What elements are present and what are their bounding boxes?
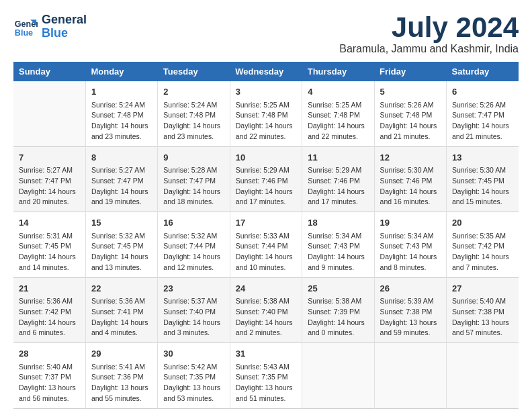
cell-info: and 14 minutes. [19, 263, 80, 273]
month-title: July 2024 [339, 13, 519, 42]
cell-info: Sunset: 7:40 PM [236, 307, 296, 318]
cell-info: Daylight: 14 hours [91, 121, 152, 132]
calendar-cell: 10Sunrise: 5:29 AMSunset: 7:46 PMDayligh… [230, 146, 302, 212]
cell-info: Sunset: 7:42 PM [19, 307, 80, 318]
day-number: 21 [19, 282, 80, 295]
logo: General Blue General Blue [13, 13, 87, 40]
calendar-cell: 6Sunrise: 5:26 AMSunset: 7:47 PMDaylight… [447, 81, 519, 146]
cell-info: and 22 minutes. [308, 132, 368, 142]
cell-info: Daylight: 14 hours [452, 252, 513, 263]
cell-info: Sunrise: 5:43 AM [236, 362, 296, 373]
day-number: 25 [308, 282, 368, 295]
day-number: 29 [91, 347, 152, 361]
cell-info: and 19 minutes. [91, 197, 152, 208]
cell-info: and 55 minutes. [91, 394, 152, 404]
cell-info: Sunrise: 5:32 AM [163, 231, 224, 242]
cell-info: Sunset: 7:44 PM [236, 241, 296, 252]
cell-info: and 16 minutes. [380, 197, 441, 208]
cell-info: Daylight: 13 hours [163, 383, 224, 394]
cell-info: Sunrise: 5:39 AM [380, 296, 441, 307]
cell-info: Sunrise: 5:40 AM [452, 296, 513, 307]
cell-info: Daylight: 13 hours [19, 383, 80, 394]
day-number: 4 [308, 85, 368, 99]
cell-info: and 56 minutes. [19, 394, 80, 404]
cell-info: Daylight: 13 hours [380, 318, 441, 328]
cell-info: Sunrise: 5:37 AM [163, 296, 224, 307]
cell-info: Sunset: 7:38 PM [452, 307, 513, 318]
calendar-cell: 16Sunrise: 5:32 AMSunset: 7:44 PMDayligh… [158, 212, 230, 278]
calendar-cell: 21Sunrise: 5:36 AMSunset: 7:42 PMDayligh… [13, 277, 85, 343]
cell-info: and 3 minutes. [163, 328, 224, 338]
day-number: 27 [452, 282, 513, 295]
weekday-header-row: SundayMondayTuesdayWednesdayThursdayFrid… [13, 62, 519, 81]
calendar-week-row: 28Sunrise: 5:40 AMSunset: 7:37 PMDayligh… [13, 343, 519, 409]
calendar-cell [374, 343, 446, 409]
calendar-cell: 5Sunrise: 5:26 AMSunset: 7:48 PMDaylight… [374, 81, 446, 146]
cell-info: Daylight: 14 hours [19, 318, 80, 328]
cell-info: and 6 minutes. [19, 328, 80, 338]
day-number: 23 [163, 282, 224, 295]
cell-info: and 57 minutes. [452, 328, 513, 338]
calendar-cell [447, 343, 519, 409]
cell-info: and 12 minutes. [163, 263, 224, 273]
title-section: July 2024 Baramula, Jammu and Kashmir, I… [339, 13, 519, 55]
cell-info: Sunset: 7:45 PM [452, 176, 513, 187]
logo-text: General Blue [42, 13, 87, 40]
cell-info: Sunset: 7:46 PM [308, 176, 368, 187]
day-number: 26 [380, 282, 441, 295]
cell-info: Daylight: 14 hours [308, 252, 368, 263]
cell-info: and 21 minutes. [380, 132, 441, 142]
cell-info: Daylight: 14 hours [19, 252, 80, 263]
day-number: 6 [452, 85, 513, 99]
cell-info: Sunset: 7:35 PM [236, 372, 296, 383]
cell-info: Sunset: 7:37 PM [19, 372, 80, 383]
calendar-cell: 27Sunrise: 5:40 AMSunset: 7:38 PMDayligh… [447, 277, 519, 343]
cell-info: Sunset: 7:47 PM [163, 176, 224, 187]
day-number: 8 [91, 151, 152, 165]
cell-info: and 23 minutes. [91, 132, 152, 142]
cell-info: Sunrise: 5:36 AM [91, 296, 152, 307]
day-number: 3 [236, 85, 296, 99]
cell-info: Daylight: 13 hours [452, 318, 513, 328]
page-header: General Blue General Blue July 2024 Bara… [13, 13, 519, 55]
day-number: 19 [380, 216, 441, 230]
cell-info: Sunrise: 5:35 AM [452, 231, 513, 242]
calendar-cell: 4Sunrise: 5:25 AMSunset: 7:48 PMDaylight… [302, 81, 374, 146]
logo-icon: General Blue [13, 15, 38, 39]
calendar-cell: 19Sunrise: 5:34 AMSunset: 7:43 PMDayligh… [374, 212, 446, 278]
cell-info: and 17 minutes. [236, 197, 296, 208]
cell-info: Daylight: 14 hours [236, 318, 296, 328]
calendar-cell: 9Sunrise: 5:28 AMSunset: 7:47 PMDaylight… [158, 146, 230, 212]
calendar-cell: 22Sunrise: 5:36 AMSunset: 7:41 PMDayligh… [85, 277, 157, 343]
day-number: 31 [236, 347, 296, 361]
calendar-cell: 20Sunrise: 5:35 AMSunset: 7:42 PMDayligh… [447, 212, 519, 278]
cell-info: Sunrise: 5:33 AM [236, 231, 296, 242]
calendar-cell: 23Sunrise: 5:37 AMSunset: 7:40 PMDayligh… [158, 277, 230, 343]
location: Baramula, Jammu and Kashmir, India [339, 43, 519, 55]
cell-info: Sunrise: 5:26 AM [452, 100, 513, 111]
day-number: 28 [19, 347, 80, 361]
calendar-cell: 31Sunrise: 5:43 AMSunset: 7:35 PMDayligh… [230, 343, 302, 409]
cell-info: Sunset: 7:45 PM [91, 241, 152, 252]
weekday-header-thursday: Thursday [302, 62, 374, 81]
calendar-cell: 30Sunrise: 5:42 AMSunset: 7:35 PMDayligh… [158, 343, 230, 409]
calendar-week-row: 1Sunrise: 5:24 AMSunset: 7:48 PMDaylight… [13, 81, 519, 146]
cell-info: Daylight: 14 hours [380, 252, 441, 263]
cell-info: Daylight: 14 hours [236, 121, 296, 132]
cell-info: Sunset: 7:48 PM [91, 110, 152, 121]
cell-info: and 17 minutes. [308, 197, 368, 208]
cell-info: Sunset: 7:42 PM [452, 241, 513, 252]
cell-info: Sunrise: 5:34 AM [380, 231, 441, 242]
cell-info: Sunrise: 5:41 AM [91, 362, 152, 373]
cell-info: Sunrise: 5:31 AM [19, 231, 80, 242]
weekday-header-friday: Friday [374, 62, 446, 81]
calendar-cell: 1Sunrise: 5:24 AMSunset: 7:48 PMDaylight… [85, 81, 157, 146]
cell-info: Sunrise: 5:29 AM [308, 165, 368, 176]
cell-info: Sunset: 7:38 PM [380, 307, 441, 318]
calendar-cell: 29Sunrise: 5:41 AMSunset: 7:36 PMDayligh… [85, 343, 157, 409]
cell-info: Daylight: 14 hours [308, 121, 368, 132]
cell-info: and 0 minutes. [308, 328, 368, 338]
day-number: 22 [91, 282, 152, 295]
calendar-cell: 12Sunrise: 5:30 AMSunset: 7:46 PMDayligh… [374, 146, 446, 212]
day-number: 17 [236, 216, 296, 230]
